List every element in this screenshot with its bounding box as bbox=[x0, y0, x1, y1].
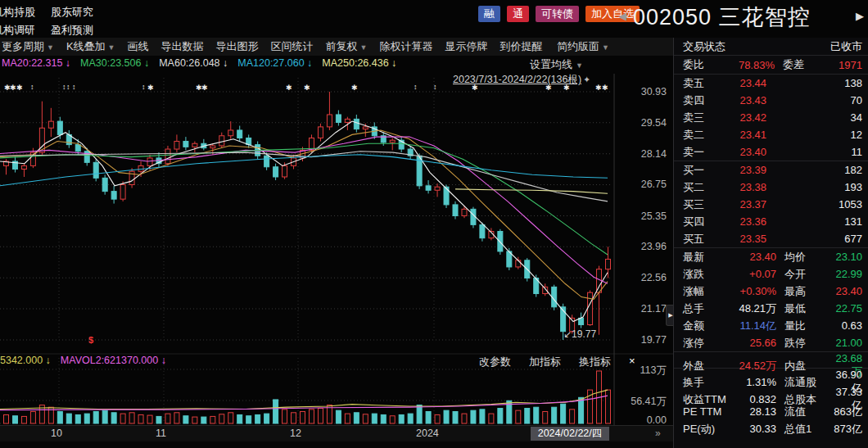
change-params-button[interactable]: 改参数 bbox=[479, 355, 511, 369]
bottom-strip bbox=[0, 441, 673, 448]
stat-value: +0.30% bbox=[730, 285, 776, 297]
add-indicator-button[interactable]: 加指标 bbox=[529, 355, 561, 369]
stat-value: 25.66 bbox=[730, 337, 776, 349]
time-tick-label: 12 bbox=[290, 428, 301, 439]
ask-row-label: 卖一 bbox=[683, 145, 719, 160]
stat-label: PE TTM bbox=[683, 405, 727, 418]
stat-label: 量比 bbox=[780, 319, 827, 333]
stat-value: 22.75 bbox=[830, 302, 862, 315]
stat-value: 863亿 bbox=[830, 405, 862, 419]
event-star-icon: ✱ bbox=[304, 84, 310, 92]
ask-row-price: 23.44 bbox=[722, 77, 766, 89]
bid-row-label: 买三 bbox=[683, 197, 719, 212]
price-tick-label: 26.75 bbox=[616, 179, 667, 190]
bid-row-label: 买四 bbox=[683, 215, 719, 229]
stat-label: 涨跌 bbox=[683, 267, 727, 282]
stat-label: 流通股 bbox=[780, 375, 827, 390]
next-stock-arrow-icon[interactable]: ▶ bbox=[856, 10, 864, 22]
stock-app-window: 机构持股 股东研究 机构调研 盈利预测 融通可转债加入自选 ◀ 002050 三… bbox=[0, 0, 868, 448]
bid-row: 买三23.371053 bbox=[674, 196, 868, 213]
stat-row: 外盘24.52万内盘23.68万 bbox=[674, 351, 868, 369]
ask-row: 卖五23.44138 bbox=[674, 75, 868, 92]
bid-row-price: 23.35 bbox=[722, 233, 766, 245]
ask-row-price: 23.43 bbox=[722, 94, 766, 106]
weibi-row: 委比 78.83% 委差 1971 bbox=[674, 56, 868, 75]
ask-row-volume: 34 bbox=[770, 111, 862, 124]
price-tick-label: 29.54 bbox=[616, 117, 667, 129]
weibi-value: 78.83% bbox=[722, 59, 775, 71]
stat-grid: 最新23.40均价23.10涨跌+0.07今开22.99涨幅+0.30%最高23… bbox=[674, 248, 868, 437]
stat-value: 1.31% bbox=[730, 376, 776, 388]
bid-row-price: 23.36 bbox=[722, 215, 766, 228]
price-tick-label: 28.14 bbox=[616, 148, 667, 160]
stat-row: 涨跌+0.07今开22.99 bbox=[674, 265, 868, 283]
event-updown-icon: ↕ bbox=[30, 84, 34, 91]
ask-row: 卖四23.4370 bbox=[674, 92, 868, 109]
stat-label: 内盘 bbox=[780, 359, 827, 373]
stat-label: 最新 bbox=[683, 250, 727, 265]
event-star-icon: ✱ bbox=[201, 84, 208, 92]
bid-row-label: 买五 bbox=[683, 232, 719, 247]
stat-label: 总手 bbox=[683, 301, 727, 316]
stat-label: 收益TTM bbox=[683, 392, 727, 407]
event-star-icon: ✱ bbox=[563, 84, 570, 92]
event-updown-icon: ↕ bbox=[72, 84, 76, 91]
stat-value: 0.832 bbox=[730, 393, 776, 405]
scroll-more-icon[interactable]: » bbox=[655, 428, 659, 439]
stat-value: 28.13 bbox=[730, 405, 776, 418]
event-star-icon: ✱ bbox=[16, 84, 23, 92]
weibi-label: 委比 bbox=[683, 57, 719, 72]
bid-row-volume: 182 bbox=[770, 164, 862, 176]
ask-row-volume: 138 bbox=[770, 77, 862, 89]
stat-value: 24.52万 bbox=[730, 359, 776, 373]
stat-value: 21.00 bbox=[830, 337, 862, 349]
low-price-annotation: ↙19.77 bbox=[563, 328, 596, 340]
stat-value: 23.10 bbox=[830, 251, 862, 263]
stat-value: 0.63 bbox=[830, 319, 862, 332]
price-tick-label: 25.35 bbox=[616, 210, 667, 222]
ask-row: 卖三23.4234 bbox=[674, 109, 868, 126]
ask-row-volume: 70 bbox=[770, 94, 862, 106]
volume-tick-label: 56.41万 bbox=[616, 395, 667, 409]
bid-row: 买四23.36131 bbox=[674, 213, 868, 230]
kline-chart[interactable] bbox=[0, 0, 673, 448]
ask-row-volume: 12 bbox=[770, 129, 862, 141]
stat-label: 跌停 bbox=[780, 336, 827, 351]
stat-label: 今开 bbox=[780, 267, 827, 282]
bid-row: 买一23.39182 bbox=[674, 161, 868, 179]
ask-row-label: 卖四 bbox=[683, 93, 719, 108]
stat-label: 最低 bbox=[780, 301, 827, 316]
stat-label: 涨停 bbox=[683, 336, 727, 351]
bid-row-price: 23.39 bbox=[722, 164, 766, 176]
bid-row-volume: 677 bbox=[770, 233, 862, 245]
stat-label: 换手 bbox=[683, 375, 727, 390]
event-star-icon: ✱ bbox=[286, 84, 292, 92]
bid-row-label: 买一 bbox=[683, 163, 719, 178]
stat-value: 11.14亿 bbox=[730, 319, 776, 333]
stat-value: 22.99 bbox=[830, 268, 862, 280]
ask-row: 卖一23.4011 bbox=[674, 143, 868, 161]
event-star-icon: ✱ bbox=[10, 84, 16, 92]
bid-row: 买五23.35677 bbox=[674, 230, 868, 247]
stat-label: 流值 bbox=[780, 405, 827, 419]
stat-label: 外盘 bbox=[683, 359, 727, 373]
time-tick-label: 10 bbox=[51, 428, 62, 439]
price-tick-label: 21.17 bbox=[616, 303, 667, 315]
stat-value: 30.33 bbox=[730, 423, 776, 435]
ask-row-price: 23.40 bbox=[722, 146, 766, 158]
ask-row: 卖二23.4112 bbox=[674, 126, 868, 143]
event-updown-icon: ↕ bbox=[414, 84, 418, 91]
price-tick-label: 23.96 bbox=[616, 241, 667, 252]
switch-indicator-button[interactable]: 换指标 bbox=[579, 355, 611, 369]
stat-value: +0.07 bbox=[730, 268, 776, 280]
close-icon[interactable]: × bbox=[629, 355, 635, 369]
stat-row: 总手48.21万最低22.75 bbox=[674, 300, 868, 317]
ask-row-price: 23.42 bbox=[722, 111, 766, 124]
ask-row-label: 卖二 bbox=[683, 128, 719, 143]
time-tick-label: 11 bbox=[156, 428, 166, 439]
stat-label: 均价 bbox=[780, 250, 827, 265]
indicator-toolbar: 改参数 加指标 换指标 × bbox=[479, 355, 635, 369]
event-updown-icon: ↕ bbox=[66, 84, 70, 91]
event-star-icon: ✱ bbox=[595, 84, 602, 92]
stat-row: PE TTM28.13流值863亿 bbox=[674, 403, 868, 420]
